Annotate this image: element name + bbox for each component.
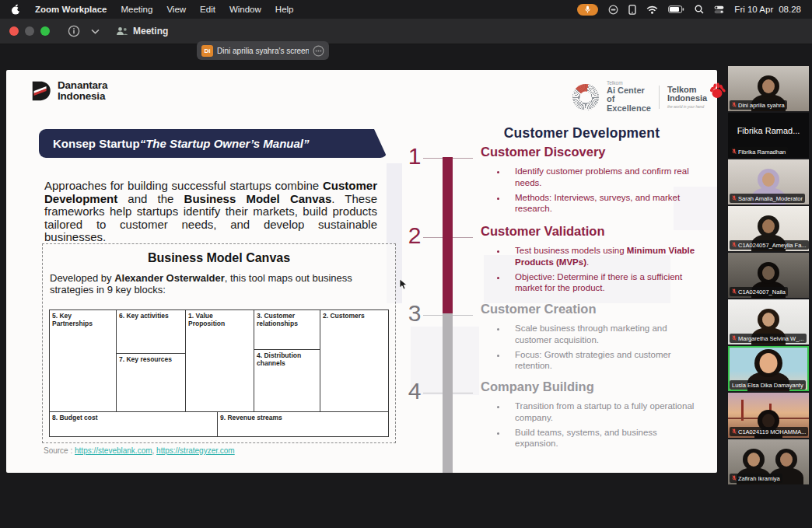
slide-title-italic: “The Startup Owner’s Manual”	[140, 137, 310, 150]
menubar-menu-help[interactable]: Help	[275, 5, 294, 14]
source-link-strategyzer[interactable]: https://strategyzer.com	[156, 446, 235, 455]
aice-line2: Excellence	[607, 104, 651, 114]
danantara-logo-line2: Indonesia	[58, 90, 105, 102]
bmc-desc-pre: Developed by	[50, 272, 114, 284]
participant-name: Dini aprilia syahra	[738, 102, 785, 109]
participant-name-label: C1A024057_Ameylia Fa...	[730, 240, 809, 250]
bmc-cell-value-proposition: 1. Value Proposition	[185, 309, 254, 412]
participant-name-label: Sarah Amalia_Moderator	[730, 194, 805, 203]
participant-thumbnail[interactable]: C1A024119 MOHAMMA...	[728, 393, 809, 438]
step-title: Customer Creation	[481, 302, 695, 316]
battery-icon[interactable]	[668, 5, 684, 13]
mic-in-use-indicator[interactable]	[577, 4, 598, 16]
muted-mic-icon	[732, 335, 737, 341]
intro-paragraph: Approaches for building successful start…	[44, 180, 377, 244]
muted-mic-icon	[732, 102, 737, 108]
participant-thumbnail-active-speaker[interactable]: Lusia Elsa Dika Damayanty	[728, 346, 809, 391]
intro-seg2: and the	[117, 192, 184, 205]
participant-thumbnail[interactable]: C1A024007_Naila	[728, 253, 809, 298]
step-bullet: Test business models using Minimum Viabl…	[507, 245, 695, 267]
zoom-window-button[interactable]	[40, 26, 50, 36]
apple-logo-icon[interactable]	[11, 4, 21, 16]
participant-name-label: Zafirah Ikramiya	[730, 474, 782, 483]
control-center-icon[interactable]	[714, 5, 724, 14]
bmc-cell-key-resources: 7. Key resources	[116, 353, 186, 412]
participant-name: C1A024057_Ameylia Fa...	[738, 242, 807, 249]
partner-logos: Telkom Ai Center of Excellence Telkom In…	[572, 81, 726, 113]
recording-indicator-icon[interactable]	[608, 5, 618, 15]
bullet-seg: Test business models using	[515, 246, 627, 255]
bmc-cell-budget-cost: 8. Budget cost	[49, 411, 218, 437]
telkom-line2: Indonesia	[667, 94, 707, 103]
step-company-building: Company Building Transition from a start…	[481, 379, 695, 453]
menubar-app-name[interactable]: Zoom Workplace	[35, 5, 107, 14]
wifi-icon[interactable]	[646, 5, 658, 14]
bmc-cell-customers: 2. Customers	[320, 309, 389, 412]
source-link-steveblank[interactable]: https://steveblank.com	[75, 446, 152, 455]
participant-name: Margaretha Selvina W_...	[738, 335, 804, 342]
intro-bold2: Business Model Canvas	[184, 192, 332, 205]
bmc-table: 5. Key Partnerships 6. Key activities 7.…	[49, 309, 389, 437]
tab-label: Dini aprilia syahra's screen	[217, 47, 309, 55]
participant-thumbnail[interactable]: Margaretha Selvina W_...	[728, 299, 809, 344]
telkom-hand-icon	[709, 82, 726, 103]
muted-mic-icon	[732, 288, 737, 295]
participant-name-label: C1A024119 MOHAMMA...	[730, 427, 808, 436]
step-bullet: Build teams, systems, and business expan…	[507, 427, 695, 449]
participant-thumbnail[interactable]: Sarah Amalia_Moderator	[728, 159, 809, 205]
participant-video-strip: Dini aprilia syahra Fibrika Ramad... Fib…	[728, 66, 809, 486]
menubar-menu-edit[interactable]: Edit	[200, 5, 215, 14]
participant-big-name: Fibrika Ramad...	[728, 126, 809, 135]
source-line: Source : https://steveblank.com, https:/…	[44, 446, 235, 455]
participant-name-label: Dini aprilia syahra	[730, 100, 787, 110]
intro-seg1: Approaches for building successful start…	[44, 179, 323, 192]
info-icon[interactable]	[68, 25, 80, 37]
muted-mic-icon	[732, 475, 737, 481]
minimize-window-button[interactable]	[25, 26, 34, 36]
close-window-button[interactable]	[9, 26, 19, 36]
tab-more-icon[interactable]	[313, 45, 324, 57]
chevron-down-icon[interactable]	[91, 29, 100, 34]
window-traffic-lights	[9, 26, 50, 36]
telkom-indonesia-logo: Telkom Indonesia the world in your hand	[667, 86, 726, 109]
step-customer-creation: Customer Creation Scale business through…	[481, 302, 695, 376]
participant-name: Sarah Amalia_Moderator	[738, 195, 803, 202]
participant-name-label: C1A024007_Naila	[730, 287, 788, 296]
participant-thumbnail[interactable]: C1A024057_Ameylia Fa...	[728, 206, 809, 251]
telkom-tagline: the world in your hand	[667, 105, 707, 109]
bmc-cell-key-partnerships: 5. Key Partnerships	[49, 309, 117, 412]
display-mirroring-icon[interactable]	[628, 5, 636, 15]
window-title-meeting: Meeting	[116, 26, 168, 37]
participant-name-label: Lusia Elsa Dika Damayanty	[730, 380, 806, 390]
menubar-menu-window[interactable]: Window	[229, 5, 261, 14]
danantara-mark-icon	[30, 79, 53, 103]
muted-mic-icon	[732, 195, 737, 201]
menubar-clock[interactable]: Fri 10 Apr 08.28	[734, 5, 801, 14]
ai-center-swirl-icon	[572, 84, 599, 110]
menubar-menu-view[interactable]: View	[166, 5, 186, 14]
bmc-desc-bold: Alexander Osterwalder	[114, 272, 225, 284]
participant-thumbnail[interactable]: Zafirah Ikramiya	[728, 439, 809, 484]
bmc-cell-revenue-streams: 9. Revenue streams	[217, 411, 389, 437]
step-bullet: Scale business through marketing and cus…	[507, 323, 695, 345]
menubar-date: Fri 10 Apr	[734, 5, 773, 14]
step-title: Company Building	[481, 379, 695, 393]
spotlight-icon[interactable]	[695, 5, 704, 14]
step-number-4: 4	[401, 379, 428, 403]
window-title-label: Meeting	[133, 26, 168, 37]
participant-thumbnail[interactable]: Fibrika Ramad... Fibrika Ramadhan	[728, 113, 809, 158]
slide-title-banner: Konsep Startup “The Startup Owner’s Manu…	[39, 129, 387, 158]
bmc-cell-distribution-channels: 4. Distribution channels	[254, 349, 320, 412]
menubar-menu-meeting[interactable]: Meeting	[121, 5, 152, 14]
macos-menu-bar: Zoom Workplace Meeting View Edit Window …	[0, 0, 812, 19]
step-customer-discovery: Customer Discovery Identify customer pro…	[481, 145, 695, 219]
step-bullet: Identify customer problems and confirm r…	[507, 166, 695, 188]
bmc-description: Developed by Alexander Osterwalder, this…	[50, 272, 369, 296]
participant-name-label: Fibrika Ramadhan	[730, 147, 788, 156]
bmc-cell-key-activities: 6. Key activities	[116, 309, 186, 354]
step-title: Customer Validation	[481, 224, 695, 238]
participant-thumbnail[interactable]: Dini aprilia syahra	[728, 66, 809, 111]
shared-screen-tab[interactable]: Di Dini aprilia syahra's screen	[197, 41, 329, 60]
logo-divider	[659, 86, 660, 109]
slide-title-plain: Konsep Startup	[53, 137, 140, 150]
